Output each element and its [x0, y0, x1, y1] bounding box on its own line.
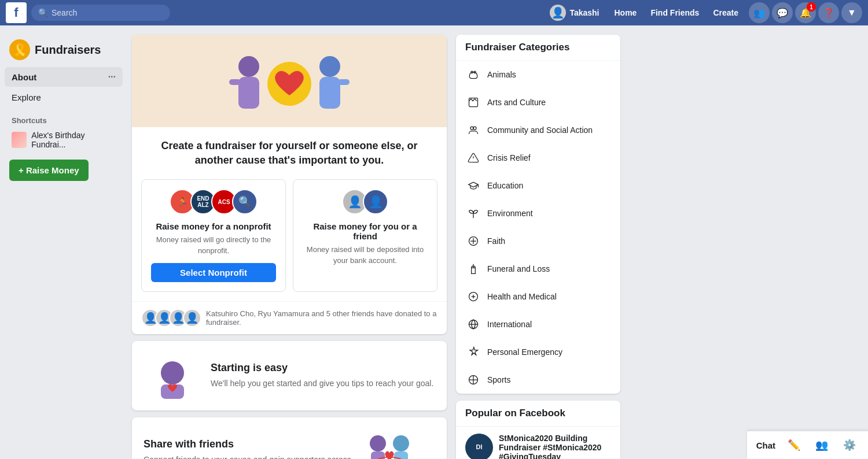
friends-icon[interactable]: 👥	[749, 2, 770, 23]
fundraisers-logo: 🎗️	[9, 39, 30, 60]
friend-desc: Money raised will be deposited into your…	[303, 245, 428, 265]
category-environment[interactable]: Environment	[456, 199, 620, 227]
personal-icon	[465, 344, 481, 360]
category-health[interactable]: Health and Medical	[456, 283, 620, 310]
category-funeral[interactable]: Funeral and Loss	[456, 255, 620, 283]
notifications-icon[interactable]: 🔔 1	[795, 2, 816, 23]
animals-icon	[465, 66, 481, 83]
nonprofit-icons: 🏃 END ALZ ACS 🔍	[151, 189, 276, 214]
friend-avatars: 👤 👤 👤 👤	[141, 309, 201, 327]
notification-badge: 1	[807, 2, 816, 12]
add-contact-icon[interactable]: 👥	[812, 436, 831, 454]
categories-title: Fundraiser Categories	[456, 35, 620, 61]
search-bar[interactable]: 🔍	[31, 5, 170, 21]
sidebar-title: Fundraisers	[35, 43, 101, 57]
more-options-icon[interactable]: ···	[108, 72, 116, 82]
feature-easy-desc: We'll help you get started and give you …	[211, 377, 433, 390]
nonprofit-option[interactable]: 🏃 END ALZ ACS 🔍 Raise money for a nonpro…	[141, 179, 286, 291]
category-faith[interactable]: Faith	[456, 227, 620, 255]
friend-option[interactable]: 👤 👤 Raise money for you or a friend Mone…	[293, 179, 437, 291]
user-name: Takashi	[569, 8, 599, 17]
category-arts[interactable]: Arts and Culture	[456, 88, 620, 116]
hero-card: Create a fundraiser for yourself or some…	[132, 35, 447, 334]
feature-easy: Starting is easy We'll help you get star…	[132, 341, 447, 410]
feature-share-content: Share with friends Connect friends to yo…	[144, 438, 351, 459]
feature-share-title: Share with friends	[144, 438, 351, 450]
chat-settings-icon[interactable]: ⚙️	[840, 436, 859, 454]
category-education[interactable]: Education	[456, 172, 620, 199]
more-icon[interactable]: ▼	[841, 2, 862, 23]
category-animals[interactable]: Animals	[456, 61, 620, 88]
feature-easy-content: Starting is easy We'll help you get star…	[211, 362, 433, 390]
category-community[interactable]: Community and Social Action	[456, 116, 620, 144]
svg-point-18	[473, 127, 476, 129]
categories-card: Fundraiser Categories Animals Arts and C…	[456, 35, 620, 394]
new-message-icon[interactable]: ✏️	[785, 436, 803, 454]
feature-share-illustration	[361, 429, 418, 459]
feature-share-card: Share with friends Connect friends to yo…	[132, 417, 447, 459]
search-icon: 🔍	[38, 8, 48, 17]
popular-avatar-1: DI	[465, 434, 493, 459]
svg-point-8	[161, 361, 184, 384]
category-sports[interactable]: Sports	[456, 366, 620, 394]
messenger-icon[interactable]: 💬	[772, 2, 793, 23]
feature-easy-card: Starting is easy We'll help you get star…	[132, 341, 447, 410]
chat-label: Chat	[756, 441, 775, 450]
user-avatar: 👤	[550, 5, 566, 21]
category-crisis-label: Crisis Relief	[487, 153, 531, 162]
svg-rect-2	[238, 77, 259, 109]
friend-title: Raise money for you or a friend	[303, 221, 428, 241]
popular-card: Popular on Facebook DI StMonica2020 Buil…	[456, 401, 620, 459]
right-sidebar: Fundraiser Categories Animals Arts and C…	[451, 25, 625, 459]
nav-find-friends[interactable]: Find Friends	[645, 5, 705, 21]
category-international[interactable]: International	[456, 310, 620, 338]
sidebar-explore[interactable]: Explore	[5, 88, 123, 107]
svg-point-1	[238, 56, 259, 77]
category-international-label: International	[487, 320, 532, 329]
nav-create[interactable]: Create	[707, 5, 744, 21]
popular-avatar-text-1: DI	[476, 443, 483, 451]
category-faith-label: Faith	[487, 236, 505, 246]
svg-point-12	[393, 435, 409, 451]
popular-name-1: StMonica2020 Building Fundraiser #StMoni…	[499, 434, 611, 459]
facebook-logo[interactable]: f	[6, 2, 27, 23]
category-funeral-label: Funeral and Loss	[487, 264, 550, 273]
search-input[interactable]	[52, 8, 163, 17]
category-arts-label: Arts and Culture	[487, 98, 546, 107]
nonprofit-desc: Money raised will go directly to the non…	[151, 235, 276, 256]
friend-icons: 👤 👤	[303, 189, 428, 214]
category-education-label: Education	[487, 181, 523, 190]
faith-icon	[465, 233, 481, 249]
chat-bar: Chat ✏️ 👥 ⚙️	[747, 431, 868, 459]
left-sidebar: 🎗️ Fundraisers About ··· Explore Shortcu…	[0, 25, 127, 459]
nav-icons: 👥 💬 🔔 1 ❓ ▼	[749, 2, 862, 23]
svg-point-4	[319, 56, 340, 77]
user-profile-nav[interactable]: 👤 Takashi	[545, 2, 604, 23]
popular-item-1[interactable]: DI StMonica2020 Building Fundraiser #StM…	[456, 427, 620, 459]
svg-rect-3	[229, 79, 241, 85]
select-nonprofit-button[interactable]: Select Nonprofit	[151, 263, 276, 282]
svg-rect-6	[338, 79, 350, 85]
page-wrap: 🎗️ Fundraisers About ··· Explore Shortcu…	[0, 25, 868, 459]
sidebar-about[interactable]: About ···	[5, 67, 123, 87]
raise-money-button[interactable]: + Raise Money	[9, 160, 89, 181]
international-icon	[465, 316, 481, 332]
top-navigation: f 🔍 👤 Takashi Home Find Friends Create 👥…	[0, 0, 868, 25]
nonprofit-title: Raise money for a nonprofit	[151, 221, 276, 231]
category-crisis[interactable]: Crisis Relief	[456, 144, 620, 172]
friends-donated-text: Katsuhiro Cho, Ryu Yamamura and 5 other …	[206, 309, 437, 327]
help-icon[interactable]: ❓	[818, 2, 839, 23]
shortcut-item[interactable]: Alex's Birthday Fundrai...	[5, 127, 123, 153]
funeral-icon	[465, 261, 481, 277]
feature-share-desc: Connect friends to your cause and gain s…	[144, 454, 351, 459]
category-health-label: Health and Medical	[487, 292, 557, 301]
category-personal[interactable]: Personal Emergency	[456, 338, 620, 366]
category-sports-label: Sports	[487, 375, 510, 384]
hero-illustration	[132, 35, 447, 127]
nav-home[interactable]: Home	[609, 5, 643, 21]
category-community-label: Community and Social Action	[487, 125, 593, 135]
svg-point-10	[370, 435, 386, 451]
shortcuts-label: Shortcuts	[5, 112, 123, 127]
popular-item-1-content: StMonica2020 Building Fundraiser #StMoni…	[499, 434, 611, 459]
community-icon	[465, 122, 481, 138]
